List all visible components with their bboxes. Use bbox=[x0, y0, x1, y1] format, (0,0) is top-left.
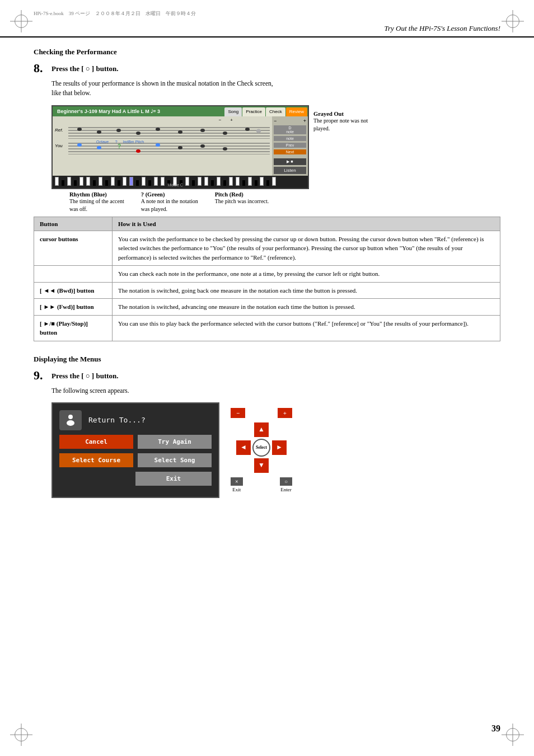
table-row: cursor buttons You can switch the perfor… bbox=[34, 231, 500, 266]
key-w13[interactable] bbox=[185, 177, 189, 186]
listen-btn[interactable]: Listen bbox=[274, 167, 306, 174]
minus-button[interactable]: − bbox=[231, 408, 245, 418]
section2-heading: Displaying the Menus bbox=[34, 355, 500, 364]
ref-staff-svg bbox=[68, 125, 270, 139]
key-w14[interactable] bbox=[198, 177, 202, 186]
main-content: Checking the Performance 8. Press the [ … bbox=[0, 48, 534, 498]
key-w1[interactable] bbox=[55, 177, 59, 186]
key-w15[interactable] bbox=[204, 177, 208, 186]
key-middle-c[interactable] bbox=[129, 177, 133, 186]
step1-instruction: Press the [ ○ ] button. bbox=[51, 62, 119, 73]
corner-mark-tl bbox=[10, 10, 32, 32]
key-w6[interactable] bbox=[111, 177, 115, 186]
svg-point-9 bbox=[156, 128, 160, 131]
dpad-center-select[interactable]: Select bbox=[252, 439, 270, 457]
x-button[interactable]: × bbox=[231, 477, 243, 486]
page-number: 39 bbox=[491, 724, 500, 734]
svg-point-10 bbox=[178, 130, 182, 134]
corner-mark-br bbox=[502, 724, 524, 746]
step2-instruction: Press the [ ○ ] button. bbox=[51, 369, 119, 381]
menu-row-3: Exit bbox=[59, 472, 212, 486]
key-w11[interactable] bbox=[161, 177, 165, 186]
tab-practice[interactable]: Practice bbox=[242, 107, 265, 116]
key-w17[interactable] bbox=[229, 177, 233, 186]
tab-review[interactable]: Review bbox=[286, 107, 307, 116]
key-w19[interactable] bbox=[248, 177, 252, 186]
table-row: You can check each note in the performan… bbox=[34, 266, 500, 283]
key-w4[interactable] bbox=[86, 177, 90, 186]
controller-panel: − + ▲ ▼ ◄ ► Select bbox=[231, 402, 292, 492]
key-b5[interactable] bbox=[118, 180, 120, 186]
rhythm-blue-title: Rhythm (Blue) bbox=[69, 191, 124, 198]
key-b13[interactable] bbox=[242, 180, 245, 186]
o-button[interactable]: ○ bbox=[280, 477, 292, 486]
enter-label: Enter bbox=[280, 487, 292, 492]
key-w18[interactable] bbox=[236, 177, 240, 186]
page-title-bar: Try Out the HPi-7S's Lesson Functions! bbox=[0, 20, 534, 37]
select-song-button[interactable]: Select Song bbox=[138, 453, 212, 467]
svg-point-26 bbox=[200, 144, 205, 148]
fwd-button-desc: The notation is switched, advancing one … bbox=[113, 299, 500, 316]
key-w2[interactable] bbox=[67, 177, 71, 186]
notation-full: Beginner's J-109 Mary Had A Little L M ♩… bbox=[51, 105, 309, 189]
plus-button[interactable]: + bbox=[278, 408, 292, 418]
svg-point-29 bbox=[67, 420, 74, 426]
rp-minus: − bbox=[274, 118, 277, 124]
dpad-up[interactable]: ▲ bbox=[254, 422, 269, 437]
exit-label: Exit bbox=[232, 487, 241, 492]
key-b6[interactable] bbox=[136, 180, 139, 186]
select-course-button[interactable]: Select Course bbox=[59, 453, 133, 467]
dpad-left[interactable]: ◄ bbox=[236, 440, 251, 455]
key-b7[interactable] bbox=[148, 180, 151, 186]
key-b1[interactable] bbox=[62, 180, 64, 186]
key-b4[interactable] bbox=[105, 180, 108, 186]
tab-song[interactable]: Song bbox=[224, 107, 242, 116]
svg-point-7 bbox=[116, 129, 121, 132]
table-row: [ ◄◄ (Bwd)] button The notation is switc… bbox=[34, 282, 500, 299]
plus-minus-row: − + bbox=[219, 118, 233, 123]
key-w21[interactable] bbox=[272, 177, 276, 186]
cancel-button[interactable]: Cancel bbox=[59, 435, 133, 449]
play-btn[interactable]: ▶ ■ bbox=[274, 158, 306, 165]
minus-symbol: − bbox=[219, 118, 222, 123]
bwd-button-cell: [ ◄◄ (Bwd)] button bbox=[34, 282, 113, 299]
key-w16[interactable] bbox=[217, 177, 221, 186]
key-b15[interactable] bbox=[266, 180, 269, 186]
you-label: You bbox=[55, 143, 63, 148]
dpad-right[interactable]: ► bbox=[272, 440, 287, 455]
key-b3[interactable] bbox=[93, 180, 96, 186]
cursor-buttons-cell2 bbox=[34, 266, 113, 283]
person-icon bbox=[64, 414, 77, 427]
key-w3[interactable] bbox=[79, 177, 83, 186]
key-w20[interactable] bbox=[260, 177, 264, 186]
prev-btn[interactable]: Prev bbox=[274, 143, 306, 148]
key-b11[interactable] bbox=[211, 180, 214, 186]
ref-staff-lines: Octave ? IndBm Pitch bbox=[68, 125, 270, 139]
tab-check[interactable]: Check bbox=[266, 107, 285, 116]
key-w7[interactable] bbox=[123, 177, 127, 186]
key-w10[interactable] bbox=[154, 177, 158, 186]
key-w9[interactable] bbox=[142, 177, 146, 186]
below-diagram-annotations: Rhythm (Blue) The timing of the accentwa… bbox=[69, 191, 500, 213]
grayed-out-callout: Grayed Out The proper note was not playe… bbox=[313, 111, 369, 133]
menu-title-text: Return To...? bbox=[88, 416, 146, 424]
key-b12[interactable] bbox=[223, 180, 226, 186]
playstop-button-desc: You can use this to play back the perfor… bbox=[113, 315, 500, 341]
d-note-btn[interactable]: Dnote bbox=[274, 125, 306, 134]
step2-body: The following screen appears. bbox=[34, 386, 500, 396]
svg-point-25 bbox=[178, 146, 182, 149]
next-btn[interactable]: Next bbox=[274, 149, 306, 154]
svg-point-27 bbox=[223, 147, 227, 151]
svg-point-20 bbox=[77, 143, 82, 147]
key-b10[interactable] bbox=[192, 180, 195, 186]
dpad-down[interactable]: ▼ bbox=[254, 458, 269, 473]
exit-button[interactable]: Exit bbox=[135, 472, 212, 486]
try-again-button[interactable]: Try Again bbox=[138, 435, 212, 449]
table-row: [ ►► (Fwd)] button The notation is switc… bbox=[34, 299, 500, 316]
piano-strip: Middle C bbox=[53, 176, 308, 188]
key-b14[interactable] bbox=[255, 180, 257, 186]
note-btn2[interactable]: note bbox=[274, 136, 306, 141]
you-staff-lines: ? bbox=[68, 141, 270, 154]
key-w5[interactable] bbox=[99, 177, 102, 186]
key-b2[interactable] bbox=[74, 180, 77, 186]
